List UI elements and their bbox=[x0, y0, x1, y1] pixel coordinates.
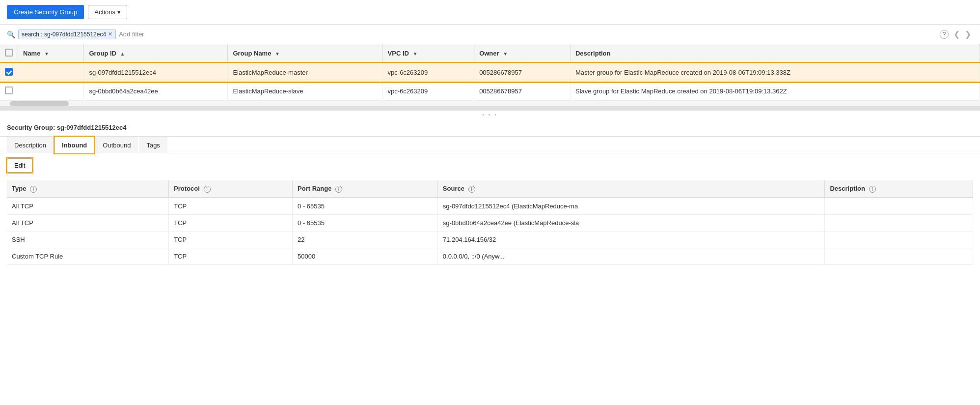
search-navigation: ❮ ❯ bbox=[952, 29, 973, 40]
rule-cell-type: SSH bbox=[7, 231, 169, 248]
rule-row[interactable]: All TCPTCP0 - 65535sg-097dfdd1215512ec4 … bbox=[7, 198, 973, 215]
col-header-protocol[interactable]: Protocol i bbox=[169, 180, 293, 198]
search-tag-text: search : sg-097dfdd1215512ec4 bbox=[22, 31, 106, 38]
col-header-type[interactable]: Type i bbox=[7, 180, 169, 198]
cell-group-name: ElasticMapReduce-slave bbox=[228, 82, 382, 101]
header-checkbox-cell[interactable] bbox=[0, 44, 18, 63]
rule-cell-source: sg-097dfdd1215512ec4 (ElasticMapReduce-m… bbox=[437, 198, 825, 215]
nav-left-icon[interactable]: ❮ bbox=[952, 29, 962, 40]
rule-cell-protocol: TCP bbox=[169, 198, 293, 215]
cell-group-id: sg-0bbd0b64a2cea42ee bbox=[84, 82, 228, 101]
port-range-info-icon[interactable]: i bbox=[335, 186, 342, 193]
rule-cell-source: 71.204.164.156/32 bbox=[437, 231, 825, 248]
tab-inbound[interactable]: Inbound bbox=[54, 137, 94, 153]
rules-header-row: Type i Protocol i Port Range i Source i bbox=[7, 180, 973, 198]
actions-button[interactable]: Actions ▾ bbox=[88, 5, 127, 19]
toolbar: Create Security Group Actions ▾ bbox=[0, 0, 980, 25]
table-row[interactable]: sg-097dfdd1215512ec4ElasticMapReduce-mas… bbox=[0, 63, 980, 82]
col-header-owner[interactable]: Owner ▼ bbox=[474, 44, 571, 63]
header-checkbox[interactable] bbox=[5, 49, 13, 57]
rule-cell-protocol: TCP bbox=[169, 248, 293, 264]
group-id-sort-icon: ▲ bbox=[120, 51, 125, 57]
vpc-id-sort-icon: ▼ bbox=[413, 51, 418, 57]
rule-cell-source: sg-0bbd0b64a2cea42ee (ElasticMapReduce-s… bbox=[437, 214, 825, 231]
chevron-down-icon: ▾ bbox=[117, 8, 121, 16]
search-icon: 🔍 bbox=[7, 30, 15, 38]
search-bar: 🔍 search : sg-097dfdd1215512ec4 ✕ Add fi… bbox=[0, 25, 980, 44]
cell-owner: 005286678957 bbox=[474, 82, 571, 101]
rule-cell-port-range: 0 - 65535 bbox=[293, 214, 438, 231]
col-header-description[interactable]: Description bbox=[570, 44, 980, 63]
rule-cell-description bbox=[825, 198, 973, 215]
resize-handle[interactable]: • • • bbox=[0, 111, 980, 119]
search-tag-clear-icon[interactable]: ✕ bbox=[108, 31, 112, 37]
rule-cell-protocol: TCP bbox=[169, 231, 293, 248]
rule-cell-type: Custom TCP Rule bbox=[7, 248, 169, 264]
cell-vpc-id: vpc-6c263209 bbox=[382, 63, 474, 82]
col-header-group-id[interactable]: Group ID ▲ bbox=[84, 44, 228, 63]
col-header-vpc-id[interactable]: VPC ID ▼ bbox=[382, 44, 474, 63]
tab-tags[interactable]: Tags bbox=[139, 137, 167, 153]
source-info-icon[interactable]: i bbox=[468, 186, 475, 193]
security-groups-table: Name ▼ Group ID ▲ Group Name ▼ VPC ID ▼ … bbox=[0, 44, 980, 101]
nav-right-icon[interactable]: ❯ bbox=[963, 29, 973, 40]
col-header-rule-description[interactable]: Description i bbox=[825, 180, 973, 198]
cell-group-name: ElasticMapReduce-master bbox=[228, 63, 382, 82]
rule-cell-description bbox=[825, 248, 973, 264]
rule-row[interactable]: Custom TCP RuleTCP500000.0.0.0/0, ::/0 (… bbox=[7, 248, 973, 264]
row-checkbox[interactable] bbox=[5, 68, 13, 76]
rule-cell-type: All TCP bbox=[7, 214, 169, 231]
scrollbar-thumb[interactable] bbox=[10, 101, 69, 106]
protocol-info-icon[interactable]: i bbox=[204, 186, 211, 193]
rule-cell-source: 0.0.0.0/0, ::/0 (Anyw... bbox=[437, 248, 825, 264]
cell-name bbox=[18, 82, 84, 101]
rule-cell-port-range: 22 bbox=[293, 231, 438, 248]
group-name-sort-icon: ▼ bbox=[275, 51, 280, 57]
cell-description: Master group for Elastic MapReduce creat… bbox=[570, 63, 980, 82]
inbound-content: Edit Type i Protocol i Port Range i bbox=[0, 153, 980, 270]
add-filter-link[interactable]: Add filter bbox=[119, 30, 144, 38]
row-checkbox-cell[interactable] bbox=[0, 63, 18, 82]
rule-row[interactable]: All TCPTCP0 - 65535sg-0bbd0b64a2cea42ee … bbox=[7, 214, 973, 231]
search-tag[interactable]: search : sg-097dfdd1215512ec4 ✕ bbox=[18, 29, 116, 39]
cell-owner: 005286678957 bbox=[474, 63, 571, 82]
table-row[interactable]: sg-0bbd0b64a2cea42eeElasticMapReduce-sla… bbox=[0, 82, 980, 101]
horizontal-scrollbar[interactable] bbox=[0, 101, 980, 107]
col-header-name[interactable]: Name ▼ bbox=[18, 44, 84, 63]
cell-group-id: sg-097dfdd1215512ec4 bbox=[84, 63, 228, 82]
create-security-group-button[interactable]: Create Security Group bbox=[7, 5, 84, 19]
rule-cell-type: All TCP bbox=[7, 198, 169, 215]
actions-label: Actions bbox=[94, 8, 115, 16]
row-checkbox-cell[interactable] bbox=[0, 82, 18, 101]
col-header-source[interactable]: Source i bbox=[437, 180, 825, 198]
rule-cell-port-range: 0 - 65535 bbox=[293, 198, 438, 215]
name-sort-icon: ▼ bbox=[44, 51, 49, 57]
tab-outbound[interactable]: Outbound bbox=[95, 137, 138, 153]
detail-panel: Security Group: sg-097dfdd1215512ec4 Des… bbox=[0, 119, 980, 270]
detail-header: Security Group: sg-097dfdd1215512ec4 bbox=[0, 119, 980, 137]
cell-name bbox=[18, 63, 84, 82]
search-help-icon[interactable]: ? bbox=[940, 30, 949, 39]
edit-button[interactable]: Edit bbox=[7, 158, 32, 173]
col-header-group-name[interactable]: Group Name ▼ bbox=[228, 44, 382, 63]
cell-vpc-id: vpc-6c263209 bbox=[382, 82, 474, 101]
edit-button-wrap: Edit bbox=[7, 158, 32, 173]
rule-cell-description bbox=[825, 231, 973, 248]
desc-info-icon[interactable]: i bbox=[869, 186, 876, 193]
row-checkbox[interactable] bbox=[5, 87, 13, 94]
table-header-row: Name ▼ Group ID ▲ Group Name ▼ VPC ID ▼ … bbox=[0, 44, 980, 63]
main-table-area: Name ▼ Group ID ▲ Group Name ▼ VPC ID ▼ … bbox=[0, 44, 980, 111]
tab-description[interactable]: Description bbox=[7, 137, 54, 153]
col-header-port-range[interactable]: Port Range i bbox=[293, 180, 438, 198]
rule-row[interactable]: SSHTCP2271.204.164.156/32 bbox=[7, 231, 973, 248]
rule-cell-description bbox=[825, 214, 973, 231]
inbound-rules-table: Type i Protocol i Port Range i Source i bbox=[7, 180, 973, 265]
type-info-icon[interactable]: i bbox=[30, 186, 37, 193]
detail-tabs: Description Inbound Outbound Tags bbox=[0, 137, 980, 153]
rule-cell-port-range: 50000 bbox=[293, 248, 438, 264]
owner-sort-icon: ▼ bbox=[503, 51, 508, 57]
rule-cell-protocol: TCP bbox=[169, 214, 293, 231]
cell-description: Slave group for Elastic MapReduce create… bbox=[570, 82, 980, 101]
